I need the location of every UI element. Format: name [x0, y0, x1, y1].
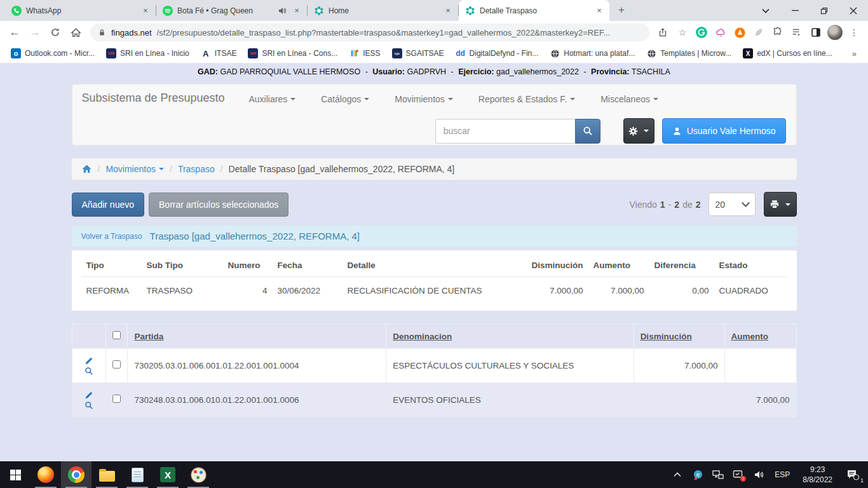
select-all-checkbox[interactable]	[112, 331, 121, 339]
taskbar-paint[interactable]	[183, 461, 214, 488]
bookmark-label: IESS	[363, 49, 380, 58]
bookmark-itsae[interactable]: A ITSAE	[196, 46, 241, 60]
bookmark-label: edX | Cursos en líne...	[757, 49, 832, 58]
home-icon[interactable]	[67, 24, 84, 41]
bookmark-iess[interactable]: IESS	[344, 46, 384, 60]
eset-tray-icon[interactable]: e!	[688, 461, 707, 488]
window-close-button[interactable]	[839, 0, 868, 21]
col-detalle: Detalle	[342, 253, 527, 277]
share-icon[interactable]	[656, 25, 671, 40]
row-checkbox[interactable]	[112, 360, 121, 369]
taskbar-file-explorer[interactable]	[92, 461, 122, 488]
address-bar[interactable]: fingads.net/sf2/presupuesto/detalle_tras…	[90, 24, 649, 41]
taskbar-firefox[interactable]	[31, 461, 61, 488]
tab-audio-icon[interactable]	[277, 6, 287, 16]
col-disminucion-sort[interactable]: Disminución	[634, 324, 724, 349]
menu-miscelaneos[interactable]: Miscelaneos	[600, 94, 658, 104]
breadcrumb-movimientos[interactable]: Movimientos	[105, 164, 164, 174]
bookmark-hotmart[interactable]: Hotmart: una plataf...	[545, 46, 639, 60]
bookmark-templates[interactable]: Templates | Microw...	[642, 46, 736, 60]
alert-tray-icon[interactable]: !	[729, 461, 748, 488]
master-table: Tipo Sub Tipo Numero Fecha Detalle Dismi…	[81, 253, 787, 303]
taskbar-excel[interactable]: X	[153, 461, 183, 488]
back-to-traspaso-link[interactable]: Volver a Traspaso	[81, 232, 142, 241]
tab-search-chevron-icon[interactable]	[751, 0, 780, 21]
home-breadcrumb-icon[interactable]	[81, 164, 92, 174]
bookmark-sri-inicio[interactable]: SRI SRI en Línea - Inicio	[102, 46, 194, 60]
tab-close-icon[interactable]: ×	[292, 6, 302, 16]
tab-detalle-traspaso[interactable]: Detalle Traspaso ×	[459, 0, 609, 21]
avast-extension-icon[interactable]	[732, 25, 747, 40]
main-navbar: Subsistema de Presupuesto Auxiliares Cat…	[72, 84, 797, 146]
user-button[interactable]: Usuario Vale Hermoso	[662, 118, 786, 144]
chrome-menu-icon[interactable]: ⋮	[846, 25, 862, 40]
search-button[interactable]	[575, 119, 600, 144]
view-magnifier-icon[interactable]	[85, 367, 93, 376]
new-tab-button[interactable]: +	[613, 3, 630, 19]
edit-pencil-icon[interactable]	[85, 391, 93, 400]
window-minimize-button[interactable]	[780, 0, 810, 21]
grammarly-extension-icon[interactable]	[694, 25, 709, 40]
chevron-down-icon	[644, 130, 649, 132]
tab-whatsapp[interactable]: WhatsApp ×	[5, 0, 156, 21]
taskbar-chrome[interactable]	[61, 461, 92, 488]
bookmark-outlook[interactable]: o Outlook.com - Micr...	[6, 46, 99, 60]
row-select	[106, 349, 128, 383]
menu-auxiliares[interactable]: Auxiliares	[249, 94, 296, 104]
viewing-prefix: Viendo	[630, 200, 657, 210]
extensions-puzzle-icon[interactable]	[770, 25, 785, 40]
media-queue-icon[interactable]	[789, 25, 804, 40]
col-partida-sort[interactable]: Partida	[128, 324, 386, 349]
pink-cloud-extension-icon[interactable]	[713, 25, 728, 40]
tab-home[interactable]: Home ×	[308, 0, 458, 21]
tray-chevron-up-icon[interactable]	[668, 461, 687, 488]
bookmark-edx[interactable]: X edX | Cursos en líne...	[738, 46, 837, 60]
app-brand[interactable]: Subsistema de Presupuesto	[82, 92, 225, 105]
menu-label: Miscelaneos	[600, 94, 650, 104]
taskbar-notepad[interactable]	[122, 461, 153, 488]
tab-spotify[interactable]: Bota Fé • Grag Queen ×	[156, 0, 307, 21]
print-button[interactable]	[764, 192, 797, 217]
delete-selected-button[interactable]: Borrar artículos seleccionados	[149, 193, 288, 217]
bookmark-label: Hotmart: una plataf...	[564, 49, 635, 58]
tab-close-icon[interactable]: ×	[443, 6, 453, 16]
action-center-icon[interactable]: 1	[840, 461, 865, 488]
window-restore-button[interactable]	[810, 0, 839, 21]
reload-icon[interactable]	[47, 24, 64, 41]
bookmark-star-icon[interactable]: ☆	[675, 25, 690, 40]
spotify-icon	[163, 6, 173, 16]
breadcrumb-traspaso[interactable]: Traspaso	[178, 164, 215, 174]
svg-text:!: !	[695, 477, 696, 480]
paint-icon	[191, 467, 207, 483]
forward-icon[interactable]: →	[27, 24, 43, 41]
col-aumento-sort[interactable]: Aumento	[724, 324, 796, 349]
bookmark-digitaldefynd[interactable]: dd DigitalDefynd - Fin...	[451, 46, 543, 60]
edit-pencil-icon[interactable]	[85, 356, 93, 365]
feather-extension-icon[interactable]	[751, 25, 766, 40]
menu-movimientos[interactable]: Movimientos	[395, 94, 453, 104]
view-magnifier-icon[interactable]	[85, 401, 93, 410]
context-label: Usuario:	[372, 67, 405, 76]
menu-catalogos[interactable]: Catálogos	[321, 94, 369, 104]
menu-reportes[interactable]: Reportes & Estados F.	[478, 94, 575, 104]
settings-button[interactable]	[623, 118, 654, 144]
start-button[interactable]	[0, 461, 31, 488]
back-icon[interactable]: ←	[6, 24, 23, 41]
bookmarks-overflow-icon[interactable]: »	[847, 49, 862, 58]
volume-tray-icon[interactable]	[749, 461, 768, 488]
language-indicator[interactable]: ESP	[770, 470, 795, 479]
profile-avatar[interactable]	[827, 25, 843, 40]
tab-close-icon[interactable]: ×	[140, 6, 151, 16]
add-new-button[interactable]: Añadir nuevo	[72, 193, 145, 217]
page-size-select[interactable]: 20	[709, 193, 756, 216]
tab-close-icon[interactable]: ×	[594, 6, 604, 16]
sidebar-extension-icon[interactable]	[808, 25, 824, 40]
col-denominacion-sort[interactable]: Denominacion	[386, 324, 634, 349]
viewing-status: Viendo 1 - 2 de 2	[630, 200, 701, 210]
row-checkbox[interactable]	[112, 395, 121, 403]
network-tray-icon[interactable]	[709, 461, 728, 488]
search-input[interactable]	[435, 119, 575, 144]
bookmark-sri-consultas[interactable]: SRI SRI en Línea - Cons...	[243, 46, 342, 60]
bookmark-sgaitsae[interactable]: sga SGAITSAE	[388, 46, 449, 60]
clock[interactable]: 9:23 8/8/2022	[796, 464, 839, 485]
